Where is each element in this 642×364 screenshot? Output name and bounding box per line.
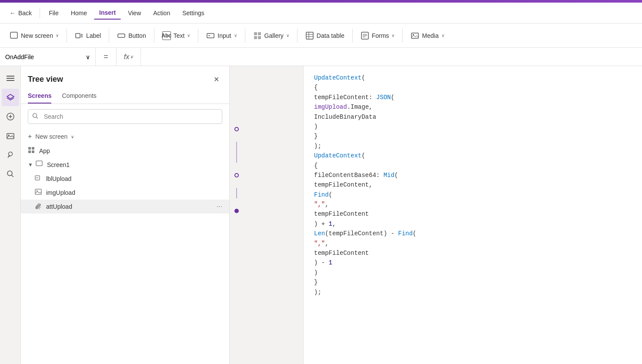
code-line-23: ); (314, 287, 632, 297)
code-line-11: fileContentBase64: Mid( (314, 170, 632, 180)
tab-screens[interactable]: Screens (28, 89, 51, 104)
input-icon (206, 31, 215, 40)
new-screen-icon (10, 31, 18, 40)
text-label: Text (174, 32, 185, 39)
icon-rail (0, 66, 21, 364)
layers-icon[interactable] (2, 89, 19, 106)
code-line-12: tempFileContent, (314, 180, 632, 190)
tools-icon[interactable] (2, 146, 19, 164)
forms-label: Forms (372, 32, 389, 39)
svg-rect-11 (258, 36, 261, 39)
canvas-inner (230, 66, 303, 364)
code-editor[interactable]: UpdateContext( { tempFileContent: JSON( … (304, 66, 642, 364)
code-line-4: imgUpload.Image, (314, 102, 632, 112)
formula-bar: OnAddFile ∨ = fx ∨ (0, 48, 642, 66)
svg-point-32 (7, 171, 12, 176)
label-button[interactable]: Label (70, 29, 105, 43)
media-button[interactable]: Media ∨ (406, 29, 448, 43)
forms-icon (361, 31, 369, 40)
menu-home[interactable]: Home (66, 7, 92, 19)
datatable-button[interactable]: Data table (301, 29, 349, 43)
new-screen-plus-icon: + (28, 133, 32, 140)
tab-components[interactable]: Components (62, 89, 96, 104)
svg-rect-38 (28, 150, 31, 153)
new-screen-tree-label: New screen (35, 133, 67, 140)
code-line-20: ) - 1 (314, 258, 632, 267)
code-line-15: tempFileContent (314, 209, 632, 219)
svg-rect-8 (254, 32, 257, 35)
code-line-16: ) + 1, (314, 219, 632, 229)
new-screen-chevron-icon: ∨ (56, 33, 59, 38)
code-line-8: ); (314, 141, 632, 151)
tree-title: Tree view (28, 75, 63, 84)
fx-button[interactable]: fx ∨ (117, 48, 141, 66)
hamburger-menu-icon[interactable] (2, 70, 19, 87)
tree-item-attupload[interactable]: attUpload ··· (21, 200, 229, 214)
equals-symbol: = (96, 48, 117, 66)
tree-item-lblupload[interactable]: lblUpload (21, 172, 229, 186)
gallery-chevron-icon: ∨ (286, 33, 289, 38)
tree-header: Tree view ✕ (21, 66, 229, 89)
fx-symbol: fx (124, 53, 129, 61)
tree-item-imgupload[interactable]: imgUpload (21, 186, 229, 200)
attupload-more-icon[interactable]: ··· (217, 203, 222, 210)
input-chevron-icon: ∨ (234, 33, 237, 38)
canvas-area (230, 66, 304, 364)
toolbar-divider-8 (402, 29, 403, 43)
gallery-button[interactable]: Gallery ∨ (249, 29, 294, 43)
attupload-label: attUpload (46, 203, 72, 210)
button-label: Button (128, 32, 146, 39)
image-item-icon (35, 188, 43, 197)
imgupload-label: imgUpload (46, 189, 75, 196)
breakpoint-dot-1 (234, 127, 239, 131)
menu-view[interactable]: View (123, 7, 146, 19)
back-label: Back (18, 10, 32, 17)
button-button[interactable]: Button (113, 29, 150, 43)
menu-action[interactable]: Action (148, 7, 175, 19)
property-dropdown[interactable]: OnAddFile ∨ (0, 48, 96, 66)
code-line-10: { (314, 161, 632, 170)
close-icon: ✕ (214, 75, 219, 83)
tree-item-app[interactable]: App (21, 144, 229, 158)
property-value: OnAddFile (5, 53, 34, 60)
tree-item-screen1[interactable]: ▼ Screen1 (21, 158, 229, 172)
svg-rect-37 (32, 147, 34, 150)
search-rail-icon[interactable] (2, 165, 19, 183)
svg-rect-29 (7, 134, 14, 139)
screen-icon (36, 160, 44, 169)
menu-insert[interactable]: Insert (94, 7, 121, 20)
media-library-icon[interactable] (2, 127, 19, 144)
new-screen-button[interactable]: New screen ∨ (5, 29, 63, 43)
property-chevron-icon: ∨ (86, 53, 90, 60)
menu-file[interactable]: File (43, 7, 64, 19)
button-icon (117, 31, 126, 40)
text-button[interactable]: Abc Text ∨ (158, 29, 195, 43)
svg-point-34 (33, 114, 37, 117)
add-data-icon[interactable] (2, 108, 19, 125)
code-line-13: Find( (314, 190, 632, 200)
code-line-9: UpdateContext( (314, 151, 632, 160)
svg-rect-20 (411, 33, 418, 38)
svg-rect-5 (118, 34, 125, 37)
toolbar-divider-7 (352, 29, 353, 43)
label-icon (75, 31, 84, 40)
svg-rect-1 (76, 33, 80, 38)
new-screen-label: New screen (21, 32, 53, 39)
media-chevron-icon: ∨ (441, 33, 445, 38)
media-label: Media (422, 32, 438, 39)
menu-bar: ← Back File Home Insert View Action Sett… (0, 3, 642, 23)
tree-close-button[interactable]: ✕ (210, 73, 222, 85)
input-button[interactable]: Input ∨ (202, 29, 241, 43)
svg-rect-36 (28, 147, 31, 150)
back-button[interactable]: ← Back (5, 7, 36, 19)
code-line-17: Len(tempFileContent) - Find( (314, 229, 632, 238)
back-arrow-icon: ← (10, 10, 16, 17)
menu-settings[interactable]: Settings (177, 7, 210, 19)
new-screen-tree-button[interactable]: + New screen ∨ (21, 129, 229, 144)
forms-button[interactable]: Forms ∨ (356, 29, 399, 43)
search-input[interactable] (28, 109, 222, 124)
app-grid-icon (28, 147, 37, 155)
toolbar-divider-2 (109, 29, 109, 43)
screen1-label: Screen1 (47, 161, 70, 168)
svg-rect-0 (10, 32, 17, 38)
